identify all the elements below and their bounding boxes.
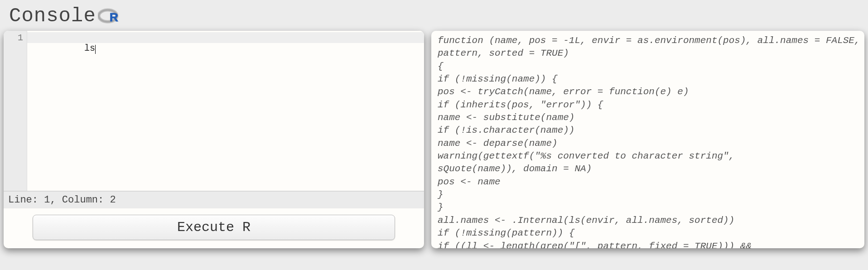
output-line: name <- deparse(name) [438, 137, 858, 150]
code-area[interactable]: ls [27, 31, 424, 191]
output-line: } [438, 188, 858, 201]
editor-panel: 1 ls Line: 1, Column: 2 Execute R [4, 31, 424, 248]
header: Console R [0, 0, 868, 31]
output-line: warning(gettextf("%s converted to charac… [438, 150, 858, 163]
output-line: function (name, pos = -1L, envir = as.en… [438, 34, 858, 47]
code-line-text: ls [84, 43, 95, 53]
output-line: name <- substitute(name) [438, 111, 858, 124]
output-line: all.names <- .Internal(ls(envir, all.nam… [438, 214, 858, 227]
output-line: sQuote(name)), domain = NA) [438, 163, 858, 175]
output-line: } [438, 201, 858, 214]
output-line: { [438, 60, 858, 73]
r-logo-icon: R [98, 7, 120, 25]
page-title: Console [9, 5, 96, 27]
code-editor[interactable]: 1 ls [4, 31, 424, 191]
output-line: if (!missing(pattern)) { [438, 227, 858, 240]
execute-button[interactable]: Execute R [33, 215, 395, 240]
button-area: Execute R [4, 208, 424, 248]
output-line: if (!is.character(name)) [438, 124, 858, 137]
output-line: pos <- tryCatch(name, error = function(e… [438, 86, 858, 98]
svg-text:R: R [110, 10, 118, 24]
output-line: pattern, sorted = TRUE) [438, 47, 858, 60]
panels-container: 1 ls Line: 1, Column: 2 Execute R functi… [0, 31, 868, 248]
output-line: if (inherits(pos, "error")) { [438, 99, 858, 111]
line-number-gutter: 1 [4, 31, 27, 191]
output-line: pos <- name [438, 176, 858, 188]
output-panel: function (name, pos = -1L, envir = as.en… [431, 31, 864, 248]
text-cursor [95, 45, 96, 54]
line-number: 1 [5, 33, 23, 43]
editor-status-bar: Line: 1, Column: 2 [4, 191, 424, 208]
output-line: if (!missing(name)) { [438, 73, 858, 86]
output-line: if ((ll <- length(grep("[", pattern, fix… [438, 240, 858, 249]
